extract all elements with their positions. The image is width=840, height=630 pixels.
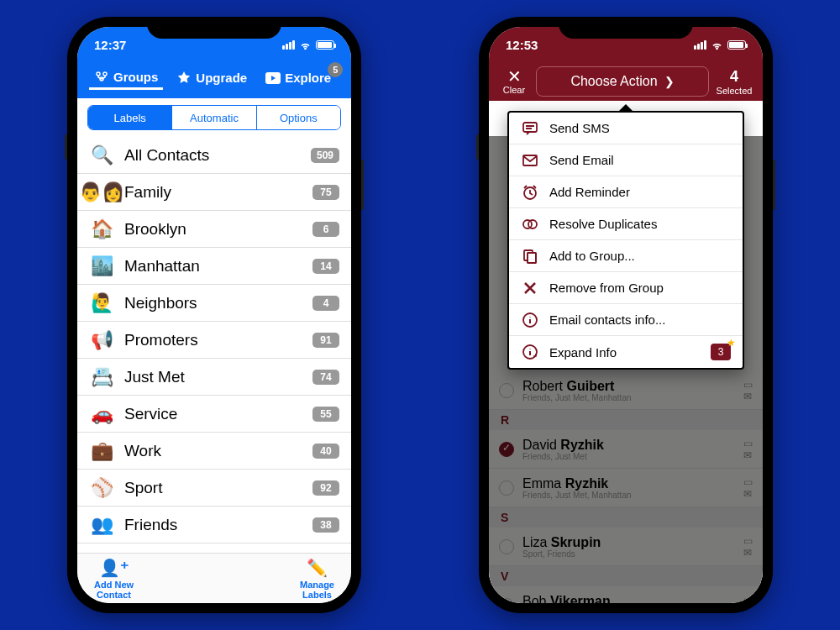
- clear-button[interactable]: ✕ Clear: [499, 68, 529, 95]
- selected-number: 4: [716, 68, 753, 86]
- group-icon: 📢: [89, 328, 114, 353]
- status-icons: [282, 40, 334, 50]
- svg-point-1: [103, 72, 107, 76]
- svg-point-8: [528, 220, 537, 228]
- group-count: 6: [312, 222, 339, 237]
- group-icon: 🏙️: [89, 254, 114, 279]
- pencil-icon: ✏️: [307, 558, 328, 578]
- group-label: Family: [124, 183, 312, 202]
- group-row[interactable]: 🙋‍♂️Neighbors4: [77, 285, 351, 322]
- group-icon: 📇: [89, 365, 114, 390]
- manage-labels-button[interactable]: ✏️ Manage Labels: [300, 558, 334, 600]
- group-row[interactable]: 🚗Service55: [77, 396, 351, 433]
- action-label: Resolve Duplicates: [549, 217, 731, 231]
- group-label: Promoters: [124, 331, 312, 349]
- action-reminder[interactable]: Add Reminder: [509, 176, 743, 208]
- notch: [147, 17, 281, 39]
- group-count: 74: [312, 370, 339, 385]
- manage-labels-label: Manage Labels: [300, 580, 334, 600]
- group-row[interactable]: 🔍All Contacts509: [77, 137, 351, 174]
- seg-automatic[interactable]: Automatic: [171, 106, 255, 129]
- add-contact-label: Add New Contact: [94, 580, 134, 600]
- action-dup[interactable]: Resolve Duplicates: [509, 208, 743, 240]
- group-icon: ⚾: [89, 475, 114, 501]
- group-row[interactable]: 👥Friends38: [77, 507, 351, 543]
- group-label: Just Met: [124, 368, 312, 386]
- group-icon: 👥: [89, 512, 114, 538]
- group-label: Work: [124, 442, 312, 460]
- remove-icon: [521, 279, 539, 297]
- action-label: Add Reminder: [549, 185, 731, 199]
- group-row[interactable]: 🏠Brooklyn6: [77, 211, 351, 248]
- group-label: Brooklyn: [124, 220, 312, 239]
- status-icons: [694, 40, 746, 50]
- chevron-down-icon: ❯: [664, 75, 675, 88]
- action-label: Send SMS: [549, 121, 731, 135]
- group-row[interactable]: 📢Promoters91: [77, 322, 351, 359]
- clock: 12:53: [506, 38, 538, 52]
- iphone-mockup-groups: 12:37 Groups Upgrade Explor: [67, 17, 361, 613]
- group-icon: 🙋‍♂️: [89, 291, 114, 316]
- group-label: Friends: [124, 516, 312, 534]
- tab-explore[interactable]: Explore 5: [260, 67, 336, 89]
- segmented-control: Labels Automatic Options: [87, 105, 341, 130]
- group-label: Sport: [124, 479, 312, 497]
- clock: 12:37: [94, 38, 126, 52]
- dup-icon: [521, 215, 539, 234]
- group-label: Manhattan: [124, 257, 312, 276]
- star-icon: [176, 71, 192, 86]
- notch: [559, 17, 693, 39]
- tab-explore-label: Explore: [285, 71, 331, 85]
- action-remove[interactable]: Remove from Group: [509, 272, 743, 304]
- action-sms[interactable]: Send SMS: [509, 113, 743, 144]
- action-email[interactable]: Send Email: [509, 144, 743, 176]
- selected-count: 4 Selected: [716, 68, 753, 96]
- group-row[interactable]: ⚾Sport92: [77, 470, 351, 507]
- sms-icon: [521, 119, 539, 138]
- group-row[interactable]: 👨‍👩‍Family75: [77, 174, 351, 211]
- group-icon: 👨‍👩‍: [89, 180, 114, 205]
- groups-icon: [94, 69, 109, 84]
- group-label: Service: [124, 405, 312, 423]
- action-emailinfo[interactable]: Email contacts info...: [509, 304, 743, 336]
- action-addgroup[interactable]: Add to Group...: [509, 240, 743, 272]
- tab-groups[interactable]: Groups: [89, 66, 163, 90]
- group-count: 75: [312, 185, 339, 200]
- group-count: 91: [312, 333, 339, 348]
- close-icon: ✕: [499, 68, 529, 85]
- bottom-bar: 👤⁺ Add New Contact ✏️ Manage Labels: [77, 553, 351, 603]
- emailinfo-icon: [521, 311, 539, 329]
- group-row[interactable]: 🏙️Manhattan14: [77, 248, 351, 285]
- group-count: 4: [312, 296, 339, 311]
- group-row[interactable]: 💼Work40: [77, 433, 351, 470]
- choose-action-label: Choose Action: [570, 74, 657, 89]
- group-count: 55: [312, 407, 339, 422]
- add-contact-button[interactable]: 👤⁺ Add New Contact: [94, 558, 134, 600]
- group-count: 92: [312, 480, 339, 496]
- selected-label: Selected: [716, 86, 753, 96]
- seg-options[interactable]: Options: [256, 106, 340, 129]
- action-label: Remove from Group: [549, 281, 731, 295]
- group-icon: 🔍: [89, 143, 114, 168]
- group-row[interactable]: 📇Just Met74: [77, 359, 351, 396]
- wifi-icon: [299, 40, 312, 50]
- play-icon: [265, 71, 281, 86]
- tab-upgrade-label: Upgrade: [196, 71, 247, 85]
- seg-labels[interactable]: Labels: [88, 106, 171, 129]
- explore-badge: 5: [328, 62, 343, 77]
- group-count: 509: [311, 148, 339, 163]
- tab-upgrade[interactable]: Upgrade: [171, 67, 252, 89]
- wifi-icon: [711, 40, 723, 50]
- action-popover: Send SMSSend EmailAdd ReminderResolve Du…: [507, 111, 744, 370]
- svg-rect-10: [528, 253, 536, 263]
- expand-count: 3: [711, 344, 731, 360]
- group-label: All Contacts: [124, 146, 311, 165]
- add-user-icon: 👤⁺: [99, 558, 129, 578]
- group-list[interactable]: 🔍All Contacts509👨‍👩‍Family75🏠Brooklyn6🏙️…: [77, 137, 351, 553]
- choose-action-dropdown[interactable]: Choose Action ❯: [536, 66, 709, 97]
- action-label: Send Email: [549, 153, 731, 167]
- clear-label: Clear: [499, 85, 529, 95]
- battery-icon: [727, 40, 746, 50]
- action-expand[interactable]: Expand Info3: [509, 336, 743, 368]
- action-label: Email contacts info...: [549, 312, 731, 327]
